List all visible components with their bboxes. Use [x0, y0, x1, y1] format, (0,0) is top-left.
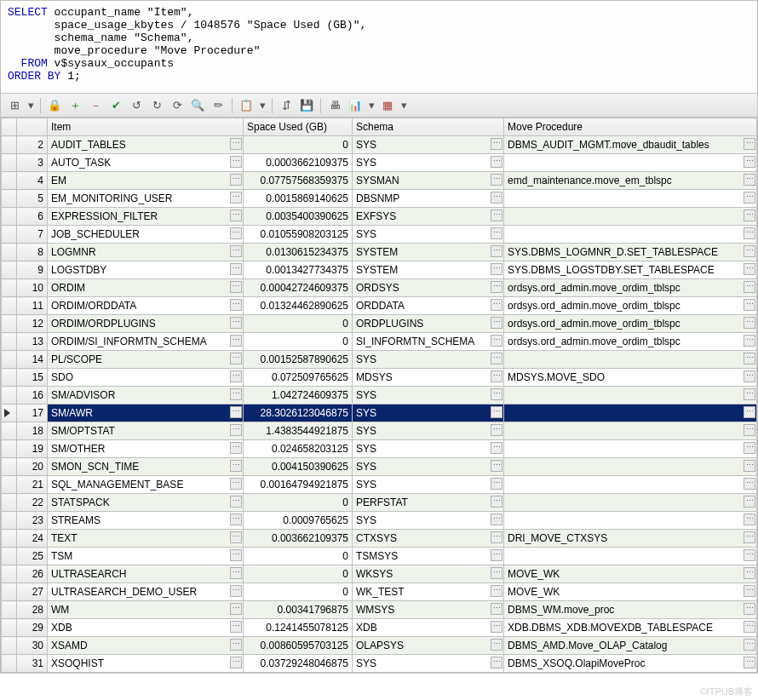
row-marker[interactable] — [2, 351, 17, 369]
row-marker[interactable] — [2, 422, 17, 440]
cell-move[interactable]: MOVE_WK⋯ — [504, 583, 757, 601]
row-marker[interactable] — [2, 208, 17, 226]
cell-schema[interactable]: SYS⋯ — [353, 226, 504, 244]
cell-space[interactable]: 0.07757568359375 — [244, 172, 353, 190]
row-marker[interactable] — [2, 172, 17, 190]
cell-editor-button-icon[interactable]: ⋯ — [744, 192, 755, 204]
row-number[interactable]: 2 — [17, 136, 48, 154]
table-row[interactable]: 8LOGMNR⋯0.0130615234375SYSTEM⋯SYS.DBMS_L… — [2, 244, 757, 261]
cell-space[interactable]: 0 — [244, 583, 353, 601]
cell-editor-button-icon[interactable]: ⋯ — [230, 245, 242, 257]
row-marker[interactable] — [2, 261, 17, 279]
row-number[interactable]: 12 — [17, 315, 48, 333]
row-marker[interactable] — [2, 387, 17, 405]
table-row[interactable]: 20SMON_SCN_TIME⋯0.004150390625SYS⋯⋯ — [2, 458, 757, 476]
save-icon[interactable]: 💾 — [298, 97, 315, 114]
cell-editor-button-icon[interactable]: ⋯ — [744, 317, 755, 329]
cell-editor-button-icon[interactable]: ⋯ — [491, 388, 502, 400]
dropdown-icon[interactable]: ▾ — [399, 97, 408, 114]
cell-move[interactable]: ⋯ — [504, 548, 757, 565]
cell-space[interactable]: 0.01324462890625 — [244, 297, 353, 315]
cell-move[interactable]: ⋯ — [504, 154, 757, 172]
row-marker[interactable] — [2, 440, 17, 458]
table-row[interactable]: 24TEXT⋯0.003662109375CTXSYS⋯DRI_MOVE_CTX… — [2, 530, 757, 548]
cell-space[interactable]: 0 — [244, 333, 353, 351]
cell-move[interactable]: ordsys.ord_admin.move_ordim_tblspc⋯ — [504, 297, 757, 315]
table-row[interactable]: 26ULTRASEARCH⋯0WKSYS⋯MOVE_WK⋯ — [2, 565, 757, 583]
cell-item[interactable]: SQL_MANAGEMENT_BASE⋯ — [48, 476, 244, 494]
column-header-space[interactable]: Space Used (GB) — [244, 118, 353, 136]
row-marker[interactable] — [2, 279, 17, 297]
row-marker[interactable] — [2, 333, 17, 351]
add-row-icon[interactable]: ＋ — [66, 97, 83, 114]
table-row[interactable]: 6EXPRESSION_FILTER⋯0.0035400390625EXFSYS… — [2, 208, 757, 226]
row-marker[interactable] — [2, 405, 17, 422]
cell-item[interactable]: LOGMNR⋯ — [48, 244, 244, 261]
cell-editor-button-icon[interactable]: ⋯ — [744, 335, 755, 347]
cell-schema[interactable]: WKSYS⋯ — [353, 565, 504, 583]
row-number[interactable]: 24 — [17, 530, 48, 548]
cell-editor-button-icon[interactable]: ⋯ — [491, 263, 502, 275]
delete-row-icon[interactable]: － — [87, 97, 104, 114]
cell-schema[interactable]: SYSMAN⋯ — [353, 172, 504, 190]
cell-move[interactable]: ⋯ — [504, 351, 757, 369]
cell-space[interactable]: 0.024658203125 — [244, 440, 353, 458]
cell-editor-button-icon[interactable]: ⋯ — [230, 138, 242, 150]
cell-move[interactable]: ⋯ — [504, 422, 757, 440]
cell-move[interactable]: ⋯ — [504, 476, 757, 494]
cell-editor-button-icon[interactable]: ⋯ — [230, 192, 242, 204]
row-number[interactable]: 15 — [17, 369, 48, 387]
row-number[interactable]: 26 — [17, 565, 48, 583]
cell-editor-button-icon[interactable]: ⋯ — [744, 514, 755, 525]
row-number[interactable]: 8 — [17, 244, 48, 261]
row-number[interactable]: 20 — [17, 458, 48, 476]
row-number[interactable]: 18 — [17, 422, 48, 440]
cell-space[interactable]: 0.1241455078125 — [244, 619, 353, 637]
cell-editor-button-icon[interactable]: ⋯ — [491, 585, 502, 597]
cell-item[interactable]: PL/SCOPE⋯ — [48, 351, 244, 369]
cell-item[interactable]: STATSPACK⋯ — [48, 494, 244, 512]
cell-editor-button-icon[interactable]: ⋯ — [491, 335, 502, 347]
cell-schema[interactable]: SYS⋯ — [353, 458, 504, 476]
undo-icon[interactable]: ↺ — [128, 97, 145, 114]
cell-schema[interactable]: PERFSTAT⋯ — [353, 494, 504, 512]
cell-space[interactable]: 0.004150390625 — [244, 458, 353, 476]
cell-schema[interactable]: OLAPSYS⋯ — [353, 637, 504, 655]
cell-move[interactable]: SYS.DBMS_LOGSTDBY.SET_TABLESPACE⋯ — [504, 261, 757, 279]
cell-editor-button-icon[interactable]: ⋯ — [491, 531, 502, 543]
cell-schema[interactable]: SYS⋯ — [353, 405, 504, 422]
cell-editor-button-icon[interactable]: ⋯ — [491, 657, 502, 668]
cell-editor-button-icon[interactable]: ⋯ — [744, 174, 755, 186]
cell-editor-button-icon[interactable]: ⋯ — [491, 317, 502, 329]
cell-move[interactable]: ordsys.ord_admin.move_ordim_tblspc⋯ — [504, 315, 757, 333]
row-number[interactable]: 27 — [17, 583, 48, 601]
row-number[interactable]: 19 — [17, 440, 48, 458]
cell-editor-button-icon[interactable]: ⋯ — [230, 514, 242, 525]
rownum-header[interactable] — [17, 118, 48, 136]
cell-move[interactable]: ⋯ — [504, 405, 757, 422]
cell-editor-button-icon[interactable]: ⋯ — [744, 567, 755, 579]
cell-space[interactable]: 28.3026123046875 — [244, 405, 353, 422]
row-number[interactable]: 31 — [17, 655, 48, 673]
cell-item[interactable]: WM⋯ — [48, 601, 244, 619]
cell-editor-button-icon[interactable]: ⋯ — [230, 496, 242, 508]
cell-item[interactable]: EM⋯ — [48, 172, 244, 190]
cell-space[interactable]: 0.00152587890625 — [244, 351, 353, 369]
cell-item[interactable]: ORDIM⋯ — [48, 279, 244, 297]
row-marker[interactable] — [2, 458, 17, 476]
cell-item[interactable]: SM/OPTSTAT⋯ — [48, 422, 244, 440]
cell-editor-button-icon[interactable]: ⋯ — [744, 388, 755, 400]
cell-schema[interactable]: SYSTEM⋯ — [353, 261, 504, 279]
cell-editor-button-icon[interactable]: ⋯ — [230, 603, 242, 615]
cell-schema[interactable]: SYS⋯ — [353, 387, 504, 405]
cell-editor-button-icon[interactable]: ⋯ — [744, 531, 755, 543]
cell-editor-button-icon[interactable]: ⋯ — [491, 478, 502, 490]
cell-editor-button-icon[interactable]: ⋯ — [230, 585, 242, 597]
cell-move[interactable]: ⋯ — [504, 190, 757, 208]
cell-editor-button-icon[interactable]: ⋯ — [230, 549, 242, 561]
cell-item[interactable]: ULTRASEARCH_DEMO_USER⋯ — [48, 583, 244, 601]
cell-item[interactable]: SMON_SCN_TIME⋯ — [48, 458, 244, 476]
cell-editor-button-icon[interactable]: ⋯ — [230, 174, 242, 186]
table-row[interactable]: 21SQL_MANAGEMENT_BASE⋯0.00164794921875SY… — [2, 476, 757, 494]
cell-space[interactable]: 0.0015869140625 — [244, 190, 353, 208]
